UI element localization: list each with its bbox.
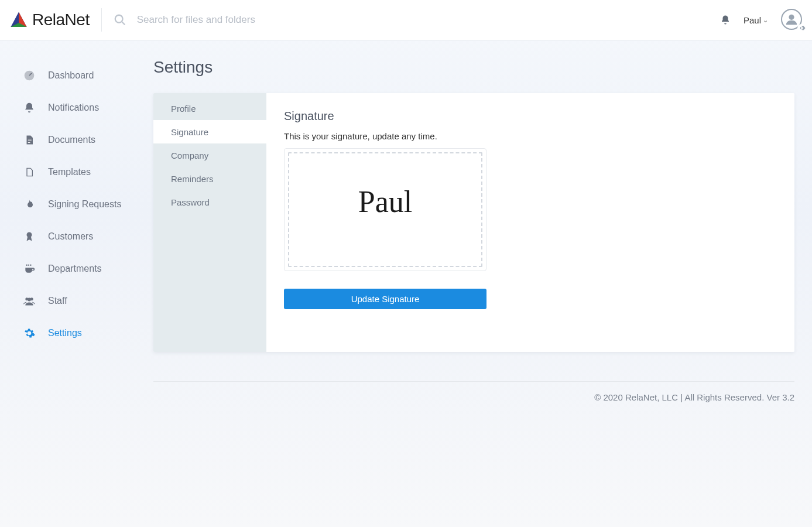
sidebar: Dashboard Notifications Documents Templa…	[0, 40, 145, 402]
header-right: Paul ⌄	[720, 9, 803, 31]
sidebar-item-label: Dashboard	[48, 70, 94, 81]
people-icon	[23, 295, 35, 307]
brand-logo[interactable]: RelaNet	[9, 8, 102, 32]
gear-icon	[23, 327, 35, 339]
sidebar-item-settings[interactable]: Settings	[0, 317, 145, 349]
settings-content: Signature This is your signature, update…	[266, 93, 794, 352]
logo-mark-icon	[9, 10, 29, 30]
brand-name: RelaNet	[32, 11, 90, 29]
settings-tabs: Profile Signature Company Reminders Pass…	[153, 93, 266, 352]
search-icon	[114, 13, 126, 26]
sidebar-item-notifications[interactable]: Notifications	[0, 91, 145, 124]
avatar[interactable]	[781, 9, 803, 31]
sidebar-item-label: Signing Requests	[48, 199, 121, 210]
sidebar-item-label: Notifications	[48, 102, 99, 113]
person-icon	[785, 13, 798, 26]
svg-line-4	[121, 22, 125, 25]
tab-password[interactable]: Password	[153, 190, 266, 214]
sidebar-item-label: Settings	[48, 328, 82, 338]
section-description: This is your signature, update any time.	[284, 131, 777, 141]
sidebar-item-templates[interactable]: Templates	[0, 156, 145, 188]
search-input[interactable]	[137, 14, 720, 26]
tab-company[interactable]: Company	[153, 143, 266, 167]
footer-text: © 2020 RelaNet, LLC | All Rights Reserve…	[594, 392, 794, 402]
tab-reminders[interactable]: Reminders	[153, 167, 266, 190]
search-wrap	[114, 13, 720, 26]
main-content: Settings Profile Signature Company Remin…	[145, 40, 812, 402]
flame-icon	[23, 199, 35, 210]
svg-point-3	[115, 15, 122, 23]
signature-box[interactable]: Paul	[284, 148, 486, 271]
notifications-icon[interactable]	[720, 15, 731, 25]
gear-icon	[797, 24, 806, 32]
sidebar-item-label: Departments	[48, 264, 102, 274]
tab-signature[interactable]: Signature	[153, 120, 266, 143]
sidebar-item-label: Customers	[48, 231, 93, 242]
sidebar-item-documents[interactable]: Documents	[0, 124, 145, 156]
dashboard-icon	[23, 70, 35, 81]
sidebar-item-departments[interactable]: Departments	[0, 252, 145, 285]
signature-value: Paul	[358, 184, 412, 219]
sidebar-item-dashboard[interactable]: Dashboard	[0, 59, 145, 91]
section-title: Signature	[284, 109, 777, 123]
footer: © 2020 RelaNet, LLC | All Rights Reserve…	[153, 381, 794, 402]
svg-point-7	[27, 232, 32, 237]
header: RelaNet Paul ⌄	[0, 0, 812, 40]
signature-canvas[interactable]: Paul	[288, 152, 482, 267]
coffee-icon	[23, 263, 35, 275]
sidebar-item-customers[interactable]: Customers	[0, 220, 145, 252]
sidebar-item-label: Staff	[48, 296, 67, 306]
user-name: Paul	[744, 15, 761, 25]
sidebar-item-label: Documents	[48, 135, 95, 145]
bell-icon	[23, 102, 35, 114]
settings-card: Profile Signature Company Reminders Pass…	[153, 93, 794, 352]
update-signature-button[interactable]: Update Signature	[284, 289, 486, 309]
sidebar-item-signing-requests[interactable]: Signing Requests	[0, 188, 145, 220]
page-title: Settings	[153, 58, 794, 77]
chevron-down-icon: ⌄	[763, 16, 768, 24]
svg-point-10	[28, 297, 31, 301]
sidebar-item-label: Templates	[48, 167, 91, 177]
sidebar-item-staff[interactable]: Staff	[0, 285, 145, 317]
template-icon	[23, 166, 35, 178]
svg-point-5	[789, 15, 794, 20]
ribbon-icon	[23, 231, 35, 242]
document-icon	[23, 134, 35, 146]
user-menu[interactable]: Paul ⌄	[744, 15, 768, 25]
tab-profile[interactable]: Profile	[153, 93, 266, 120]
